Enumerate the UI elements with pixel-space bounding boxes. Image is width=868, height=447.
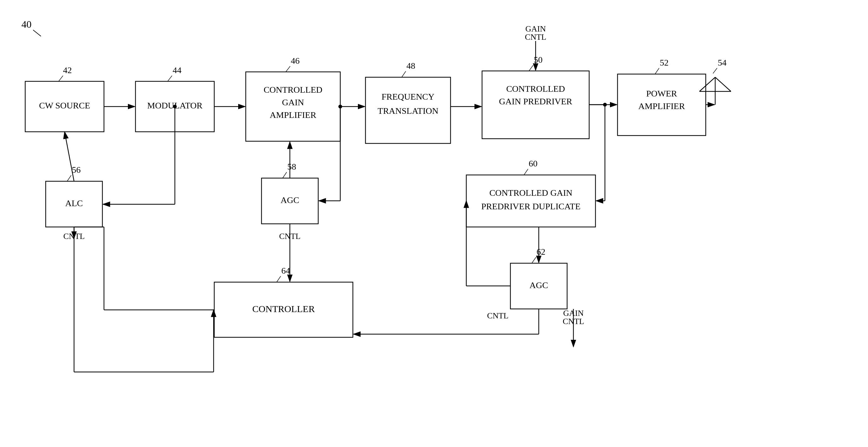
controller-label: CONTROLLER	[252, 304, 315, 314]
agc2-label: AGC	[529, 280, 548, 290]
svg-line-11	[700, 77, 715, 91]
pa-label-2: AMPLIFIER	[638, 101, 685, 111]
svg-line-6	[402, 71, 406, 77]
svg-line-16	[524, 169, 528, 175]
gain-cntl-top-label: GAIN	[526, 24, 546, 33]
svg-line-18	[277, 276, 281, 282]
antenna-ref: 54	[718, 58, 726, 67]
cga-ref: 46	[291, 56, 300, 66]
figure-number: 40	[22, 19, 32, 30]
cntl-agc2-label: CNTL	[487, 311, 508, 320]
cga-label-1: CONTROLLED	[264, 85, 322, 95]
cgpd-label-1: CONTROLLED GAIN	[489, 188, 572, 198]
svg-line-15	[283, 172, 287, 178]
agc2-ref: 62	[536, 247, 546, 257]
cga-label-3: AMPLIFIER	[270, 110, 316, 120]
controller-ref: 64	[281, 266, 290, 275]
cgp-label-1: CONTROLLED	[506, 84, 565, 94]
cgp-label-2: GAIN PREDRIVER	[499, 96, 572, 106]
svg-point-42	[603, 103, 607, 107]
cga-label-2: GAIN	[282, 97, 304, 107]
svg-line-3	[59, 76, 63, 81]
ft-ref: 48	[406, 61, 415, 70]
svg-point-38	[338, 105, 342, 109]
modulator-ref: 44	[173, 65, 182, 75]
pa-label-1: POWER	[646, 89, 677, 98]
svg-line-26	[65, 132, 74, 181]
alc-label: ALC	[65, 198, 83, 208]
ft-label-1: FREQUENCY	[381, 92, 434, 101]
svg-line-9	[713, 68, 717, 73]
svg-line-2	[33, 30, 41, 36]
gain-cntl-top-label2: CNTL	[525, 32, 546, 41]
ft-label-2: TRANSLATION	[378, 106, 439, 116]
cgpd-label-2: PREDRIVER DUPLICATE	[481, 202, 580, 211]
cgpd-block	[466, 175, 595, 227]
svg-line-17	[532, 257, 536, 263]
svg-line-4	[167, 76, 172, 81]
cw-source-label: CW SOURCE	[39, 100, 90, 110]
svg-line-12	[715, 77, 731, 91]
cw-source-ref: 42	[63, 65, 72, 75]
svg-line-8	[655, 68, 659, 74]
svg-line-7	[529, 65, 533, 71]
diagram: 40 CW SOURCE 42 MODULATOR 44 CONTROLLED …	[0, 0, 868, 447]
svg-line-14	[67, 175, 71, 181]
pa-ref: 52	[660, 58, 669, 67]
cgp-ref: 50	[534, 55, 542, 65]
agc1-label: AGC	[280, 195, 299, 205]
alc-ref: 56	[72, 165, 81, 175]
cgpd-ref: 60	[529, 158, 537, 168]
svg-point-29	[173, 105, 177, 109]
agc1-ref: 58	[287, 162, 296, 172]
svg-line-5	[286, 66, 290, 72]
